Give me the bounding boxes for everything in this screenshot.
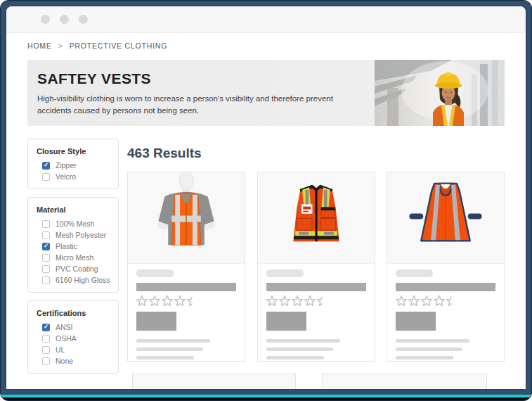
product-info — [128, 264, 245, 359]
price-placeholder — [266, 312, 306, 331]
filter-option-label: Micro Mesh — [56, 254, 93, 262]
product-card[interactable] — [132, 374, 296, 389]
banner-text: SAFTEY VESTS High-visibility clothing is… — [27, 60, 358, 126]
breadcrumb-current: PROTECTIVE CLOTHING — [70, 42, 167, 50]
product-info — [258, 264, 375, 359]
results-count-heading: 463 Results — [127, 146, 505, 161]
checkbox[interactable] — [42, 162, 50, 170]
text-line-placeholder — [266, 339, 340, 343]
worker-photo — [375, 60, 505, 126]
window-control-dot[interactable] — [60, 15, 69, 24]
title-placeholder — [266, 283, 366, 291]
title-placeholder — [136, 283, 236, 291]
filter-option-label: Zipper — [56, 162, 77, 170]
star-rating — [136, 295, 236, 307]
checkbox[interactable] — [42, 220, 50, 228]
banner-description: High-visibility clothing is worn to incr… — [37, 93, 341, 116]
page-content: HOME > PROTECTIVE CLOTHING SAFTEY VESTS … — [6, 33, 526, 389]
banner-title: SAFTEY VESTS — [37, 70, 358, 87]
filter-option-ansi[interactable]: ANSI — [42, 324, 111, 331]
checkbox[interactable] — [42, 346, 50, 354]
text-line-placeholder — [136, 348, 203, 351]
filter-option-label: OSHA — [56, 335, 77, 343]
filter-option-none[interactable]: None — [42, 357, 111, 365]
window-titlebar — [6, 6, 526, 33]
checkbox[interactable] — [42, 254, 50, 262]
filter-option-micro-mesh[interactable]: Micro Mesh — [42, 254, 111, 262]
text-line-placeholder — [396, 339, 469, 343]
text-line-placeholder — [396, 348, 462, 351]
filter-group-title: Certifications — [37, 309, 111, 317]
filter-option-osha[interactable]: OSHA — [42, 335, 111, 343]
product-card[interactable] — [257, 172, 375, 362]
filter-option-plastic[interactable]: Plastic — [42, 243, 111, 250]
text-line-placeholder — [266, 356, 324, 359]
filter-option-label: ANSI — [56, 324, 73, 331]
filter-group-closure-style: Closure Style Zipper Velcro — [27, 139, 119, 189]
brand-placeholder — [396, 269, 433, 277]
breadcrumb: HOME > PROTECTIVE CLOTHING — [27, 42, 505, 50]
filter-option-mesh-polyester[interactable]: Mesh Polyester — [42, 231, 111, 239]
filter-group-title: Material — [37, 205, 111, 214]
text-line-placeholder — [136, 356, 194, 359]
filter-option-label: None — [56, 357, 73, 365]
brand-placeholder — [136, 269, 174, 277]
checkbox[interactable] — [42, 243, 50, 250]
star-rating — [266, 295, 366, 307]
filters-sidebar: Closure Style Zipper Velcro Material — [27, 139, 119, 389]
filter-option-label: Plastic — [56, 243, 77, 250]
star-rating — [396, 295, 495, 307]
product-info — [387, 264, 504, 359]
browser-window: HOME > PROTECTIVE CLOTHING SAFTEY VESTS … — [6, 6, 526, 389]
product-card[interactable] — [127, 172, 245, 362]
product-card[interactable] — [322, 374, 487, 389]
filter-option-100-mesh[interactable]: 100% Mesh — [42, 220, 111, 228]
filter-option-label: 100% Mesh — [56, 220, 94, 228]
brand-placeholder — [266, 269, 304, 277]
checkbox[interactable] — [42, 276, 50, 284]
checkbox[interactable] — [42, 173, 50, 181]
checkbox[interactable] — [42, 324, 50, 331]
filter-option-ul[interactable]: UL — [42, 346, 111, 354]
text-line-placeholder — [136, 339, 210, 343]
filter-group-title: Closure Style — [37, 147, 111, 155]
product-image-surveyor-vest — [258, 172, 375, 264]
window-control-dot[interactable] — [79, 15, 88, 24]
filter-option-6160-high-gloss[interactable]: 6160 High Gloss — [42, 276, 111, 284]
checkbox[interactable] — [42, 357, 50, 365]
filter-option-label: Velcro — [56, 173, 76, 181]
price-placeholder — [396, 312, 436, 331]
product-card[interactable] — [387, 172, 505, 362]
filter-option-label: PVC Coating — [56, 265, 98, 273]
price-placeholder — [136, 312, 176, 331]
product-grid-row-2 — [127, 374, 505, 389]
frame-bottom-edge — [1, 397, 531, 400]
filter-group-certifications: Certifications ANSI OSHA UL — [27, 300, 119, 374]
text-line-placeholder — [396, 356, 453, 359]
text-line-placeholder — [266, 348, 333, 351]
filter-option-velcro[interactable]: Velcro — [42, 173, 111, 181]
checkbox[interactable] — [42, 231, 50, 239]
product-image-basic-vest — [387, 172, 504, 264]
results-area: 463 Results — [119, 139, 505, 389]
filter-option-label: Mesh Polyester — [56, 231, 106, 239]
filter-option-label: 6160 High Gloss — [56, 276, 110, 284]
breadcrumb-separator: > — [58, 42, 63, 50]
filter-group-material: Material 100% Mesh Mesh Polyester Plasti… — [27, 197, 119, 293]
title-placeholder — [396, 283, 495, 291]
filter-option-pvc-coating[interactable]: PVC Coating — [42, 265, 111, 273]
window-controls — [41, 15, 88, 24]
filter-option-zipper[interactable]: Zipper — [42, 162, 111, 170]
browser-frame: HOME > PROTECTIVE CLOTHING SAFTEY VESTS … — [0, 0, 532, 401]
breadcrumb-home-link[interactable]: HOME — [27, 42, 52, 50]
checkbox[interactable] — [42, 335, 50, 343]
filter-option-label: UL — [56, 346, 65, 354]
category-banner: SAFTEY VESTS High-visibility clothing is… — [27, 60, 505, 126]
checkbox[interactable] — [42, 265, 50, 273]
product-image-mesh-vest — [128, 172, 245, 264]
product-grid — [127, 172, 505, 362]
window-control-dot[interactable] — [41, 15, 50, 24]
